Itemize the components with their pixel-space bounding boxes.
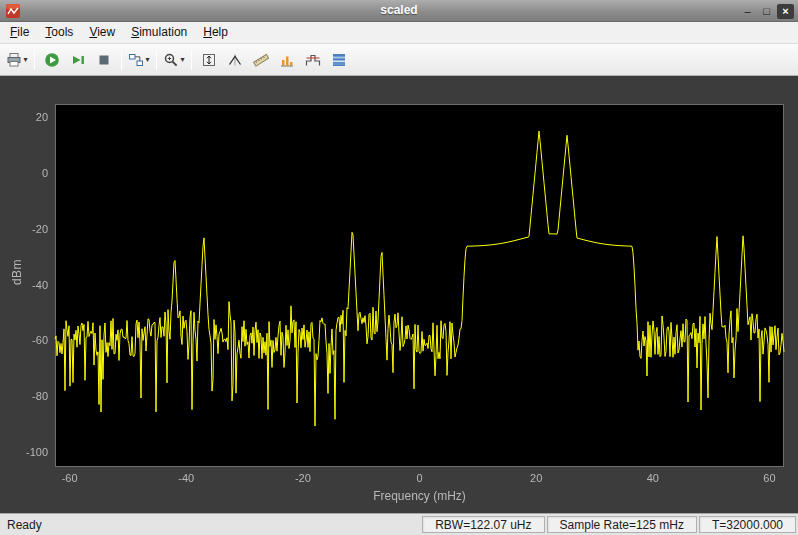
toolbar-separator (34, 50, 35, 70)
distortion-measurements-icon (279, 52, 295, 68)
rbw-field: RBW=122.07 uHz (422, 516, 544, 533)
step-forward-icon (70, 52, 86, 68)
run-icon (44, 52, 60, 68)
spectral-mask-button[interactable] (301, 48, 325, 72)
menu-simulation[interactable]: Simulation (123, 22, 195, 43)
menu-file[interactable]: File (2, 22, 37, 43)
step-forward-button[interactable] (66, 48, 90, 72)
menu-help[interactable]: Help (195, 22, 236, 43)
simulation-settings-button[interactable]: ▾ (127, 48, 151, 72)
maximize-button[interactable]: □ (758, 4, 775, 19)
statusbar: Ready RBW=122.07 uHz Sample Rate=125 mHz… (0, 513, 798, 535)
peak-finder-icon (227, 52, 243, 68)
minimize-button[interactable]: – (739, 4, 756, 19)
spectrogram-button[interactable] (327, 48, 351, 72)
run-button[interactable] (40, 48, 64, 72)
dropdown-arrow-icon: ▾ (180, 55, 184, 64)
toolbar-separator (156, 50, 157, 70)
print-button[interactable]: ▾ (5, 48, 29, 72)
close-button[interactable]: × (777, 4, 794, 19)
sample-rate-field: Sample Rate=125 mHz (547, 516, 697, 533)
status-message: Ready (0, 514, 421, 535)
scale-axes-icon (201, 52, 217, 68)
window-title: scaled (0, 0, 798, 21)
menu-view[interactable]: View (81, 22, 123, 43)
spectrum-canvas[interactable] (0, 76, 798, 513)
window-icon (5, 3, 21, 19)
stop-icon (96, 52, 112, 68)
menubar: File Tools View Simulation Help (0, 22, 798, 44)
status-fields: RBW=122.07 uHz Sample Rate=125 mHz T=320… (421, 514, 798, 535)
toolbar: ▾ ▾ ▾ (0, 44, 798, 76)
spectrogram-icon (331, 52, 347, 68)
toolbar-separator (121, 50, 122, 70)
scale-axes-button[interactable] (197, 48, 221, 72)
time-field: T=32000.000 (699, 516, 796, 533)
window-controls: – □ × (739, 0, 794, 22)
menu-tools[interactable]: Tools (37, 22, 81, 43)
spectrum-plot: dBm Frequency (mHz) (0, 76, 798, 513)
titlebar[interactable]: scaled – □ × (0, 0, 798, 22)
stop-button[interactable] (92, 48, 116, 72)
print-icon (6, 52, 22, 68)
cursor-measurements-icon (253, 52, 269, 68)
simulation-settings-icon (128, 52, 144, 68)
toolbar-separator (191, 50, 192, 70)
zoom-button[interactable]: ▾ (162, 48, 186, 72)
dropdown-arrow-icon: ▾ (23, 55, 27, 64)
dropdown-arrow-icon: ▾ (145, 55, 149, 64)
zoom-icon (163, 52, 179, 68)
app-window: scaled – □ × File Tools View Simulation … (0, 0, 798, 535)
cursor-measurements-button[interactable] (249, 48, 273, 72)
spectral-mask-icon (305, 52, 321, 68)
distortion-measurements-button[interactable] (275, 48, 299, 72)
peak-finder-button[interactable] (223, 48, 247, 72)
